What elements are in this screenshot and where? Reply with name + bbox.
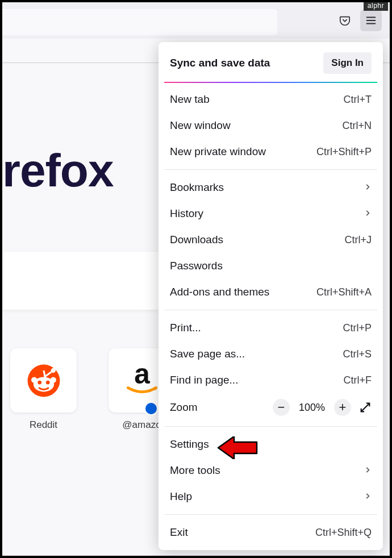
- sync-title: Sync and save data: [170, 57, 270, 69]
- application-menu: Sync and save data Sign In New tab Ctrl+…: [159, 42, 383, 550]
- menu-header: Sync and save data Sign In: [159, 47, 383, 82]
- tile-box: [10, 348, 77, 413]
- menu-shortcut: Ctrl+Shift+A: [316, 286, 372, 298]
- zoom-value: 100%: [298, 402, 326, 414]
- menu-item-find[interactable]: Find in page... Ctrl+F: [159, 367, 383, 393]
- menu-shortcut: Ctrl+F: [344, 374, 372, 386]
- zoom-label: Zoom: [170, 401, 198, 414]
- menu-shortcut: Ctrl+N: [342, 120, 372, 132]
- hamburger-menu-button[interactable]: [360, 10, 382, 31]
- firefox-logo-text: refox: [2, 144, 114, 197]
- top-site-reddit[interactable]: Reddit: [10, 348, 77, 431]
- chevron-right-icon: [364, 181, 372, 194]
- menu-item-label: History: [170, 207, 203, 220]
- zoom-in-button[interactable]: +: [334, 399, 351, 416]
- menu-item-label: Downloads: [170, 234, 223, 246]
- chevron-right-icon: [364, 207, 372, 220]
- menu-shortcut: Ctrl+Shift+P: [316, 146, 372, 158]
- menu-item-new-tab[interactable]: New tab Ctrl+T: [159, 86, 383, 113]
- menu-item-label: Bookmarks: [170, 181, 224, 194]
- svg-text:a: a: [134, 362, 150, 389]
- menu-shortcut: Ctrl+T: [344, 94, 372, 106]
- menu-item-passwords[interactable]: Passwords: [159, 253, 383, 279]
- menu-item-label: Save page as...: [170, 348, 245, 360]
- menu-shortcut: Ctrl+P: [343, 322, 372, 334]
- menu-item-label: New window: [170, 119, 231, 132]
- menu-item-label: Exit: [170, 526, 188, 539]
- menu-item-save-page[interactable]: Save page as... Ctrl+S: [159, 341, 383, 367]
- watermark: alphr: [364, 1, 388, 11]
- chevron-right-icon: [364, 464, 372, 477]
- menu-item-label: New private window: [170, 145, 266, 158]
- svg-point-7: [50, 377, 56, 382]
- svg-point-6: [31, 377, 37, 382]
- menu-item-label: Help: [170, 490, 192, 503]
- tile-label: @amazo: [122, 419, 161, 431]
- menu-separator: [164, 426, 377, 427]
- menu-item-label: Add-ons and themes: [170, 286, 269, 298]
- menu-shortcut: Ctrl+Shift+Q: [315, 527, 372, 539]
- browser-toolbar: [2, 2, 390, 39]
- sign-in-button[interactable]: Sign In: [323, 52, 372, 74]
- menu-item-history[interactable]: History: [159, 201, 383, 227]
- menu-item-settings[interactable]: Settings: [159, 431, 383, 457]
- menu-item-label: Passwords: [170, 260, 223, 272]
- menu-item-label: New tab: [170, 93, 210, 106]
- menu-item-zoom: Zoom − 100% +: [159, 393, 383, 422]
- search-box-partial[interactable]: [2, 252, 161, 310]
- menu-separator: [164, 169, 377, 170]
- fullscreen-icon[interactable]: [359, 401, 372, 414]
- svg-point-8: [37, 380, 41, 384]
- menu-item-exit[interactable]: Exit Ctrl+Shift+Q: [159, 519, 383, 545]
- menu-item-label: Settings: [170, 438, 209, 451]
- pocket-icon[interactable]: [334, 10, 356, 31]
- menu-item-label: Find in page...: [170, 374, 238, 386]
- menu-item-bookmarks[interactable]: Bookmarks: [159, 174, 383, 201]
- menu-item-more-tools[interactable]: More tools: [159, 457, 383, 484]
- chevron-right-icon: [364, 490, 372, 503]
- sponsored-badge: [144, 401, 159, 416]
- zoom-out-button[interactable]: −: [273, 399, 290, 416]
- menu-item-new-window[interactable]: New window Ctrl+N: [159, 113, 383, 139]
- address-bar[interactable]: [2, 9, 277, 35]
- callout-arrow-icon: [217, 436, 258, 461]
- menu-item-label: Print...: [170, 322, 201, 334]
- menu-item-help[interactable]: Help: [159, 484, 383, 510]
- top-sites: Reddit a @amazo: [10, 348, 175, 431]
- menu-item-downloads[interactable]: Downloads Ctrl+J: [159, 227, 383, 253]
- amazon-icon: a: [123, 362, 161, 399]
- menu-item-addons[interactable]: Add-ons and themes Ctrl+Shift+A: [159, 279, 383, 305]
- tile-label: Reddit: [30, 419, 57, 431]
- svg-point-9: [45, 380, 49, 384]
- menu-separator: [164, 514, 377, 515]
- menu-shortcut: Ctrl+S: [343, 348, 372, 360]
- menu-separator: [164, 310, 377, 310]
- menu-item-label: More tools: [170, 464, 220, 477]
- menu-item-print[interactable]: Print... Ctrl+P: [159, 315, 383, 341]
- reddit-icon: [26, 363, 61, 398]
- menu-item-new-private-window[interactable]: New private window Ctrl+Shift+P: [159, 139, 383, 165]
- menu-shortcut: Ctrl+J: [344, 234, 372, 246]
